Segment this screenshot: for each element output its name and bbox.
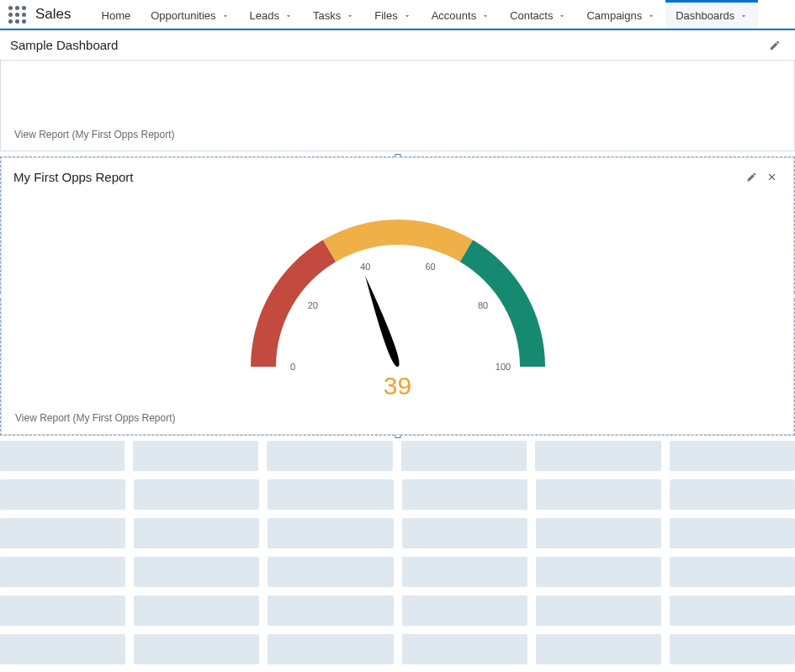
nav-label: Accounts (432, 9, 476, 22)
nav-label: Contacts (510, 9, 553, 22)
nav-label: Home (102, 9, 131, 22)
svg-text:100: 100 (495, 362, 510, 372)
grid-slot[interactable] (268, 634, 393, 664)
nav-item-contacts[interactable]: Contacts (500, 0, 576, 29)
app-launcher-icon[interactable] (7, 4, 27, 24)
grid-slot[interactable] (536, 518, 661, 548)
dashboard-title: Sample Dashboard (10, 38, 118, 52)
grid-slot[interactable] (267, 441, 393, 471)
svg-text:0: 0 (289, 362, 294, 372)
grid-slot[interactable] (401, 441, 527, 471)
grid-slot[interactable] (134, 479, 259, 510)
chevron-down-icon (346, 12, 354, 20)
widget-empty: View Report (My First Opps Report) (0, 61, 795, 151)
nav-label: Opportunities (151, 9, 215, 22)
widget-selection[interactable]: My First Opps Report 020406080100 39 Vie… (0, 156, 795, 436)
grid-slot[interactable] (670, 518, 795, 548)
grid-slot[interactable] (402, 518, 527, 548)
grid-slot[interactable] (670, 479, 795, 510)
gauge-chart: 020406080100 (242, 198, 554, 392)
view-report-link[interactable]: View Report (My First Opps Report) (15, 412, 176, 424)
svg-text:20: 20 (307, 300, 317, 310)
chevron-down-icon (221, 12, 230, 20)
grid-slot[interactable] (134, 557, 259, 587)
grid-slot[interactable] (268, 557, 393, 587)
grid-slot[interactable] (402, 595, 527, 626)
nav-label: Leads (250, 9, 279, 22)
grid-slot[interactable] (268, 595, 393, 626)
chevron-down-icon (403, 12, 411, 20)
grid-slot[interactable] (134, 634, 259, 664)
empty-grid (0, 441, 795, 664)
edit-dashboard-icon[interactable] (765, 35, 785, 56)
nav-item-campaigns[interactable]: Campaigns (576, 0, 665, 29)
nav-label: Campaigns (586, 9, 642, 22)
grid-slot[interactable] (268, 479, 393, 510)
nav-items: HomeOpportunitiesLeadsTasksFilesAccounts… (92, 0, 790, 29)
nav-label: Dashboards (676, 9, 734, 22)
svg-text:60: 60 (425, 262, 435, 272)
widget-title: My First Opps Report (13, 170, 134, 184)
grid-slot[interactable] (268, 518, 393, 548)
app-name: Sales (35, 6, 72, 23)
grid-slot[interactable] (0, 557, 125, 587)
grid-slot[interactable] (402, 479, 527, 510)
grid-slot[interactable] (134, 518, 259, 548)
grid-slot[interactable] (670, 634, 795, 664)
grid-slot[interactable] (133, 441, 259, 471)
grid-slot[interactable] (402, 557, 527, 587)
gauge-value: 39 (2, 372, 793, 400)
dashboard-title-bar: Sample Dashboard (0, 30, 795, 61)
nav-item-tasks[interactable]: Tasks (303, 0, 364, 29)
grid-slot[interactable] (670, 441, 796, 471)
chevron-down-icon (739, 12, 748, 20)
nav-item-home[interactable]: Home (92, 0, 141, 29)
svg-text:80: 80 (478, 300, 488, 310)
close-widget-icon[interactable] (761, 167, 782, 187)
grid-slot[interactable] (535, 441, 661, 471)
view-report-link[interactable]: View Report (My First Opps Report) (14, 129, 175, 140)
top-nav: Sales HomeOpportunitiesLeadsTasksFilesAc… (0, 0, 795, 30)
svg-text:40: 40 (360, 262, 370, 272)
widget-gauge: My First Opps Report 020406080100 39 Vie… (1, 157, 794, 435)
grid-slot[interactable] (0, 441, 125, 471)
chevron-down-icon (647, 12, 655, 20)
nav-item-opportunities[interactable]: Opportunities (140, 0, 239, 29)
nav-item-leads[interactable]: Leads (240, 0, 303, 29)
grid-slot[interactable] (536, 557, 661, 587)
chevron-down-icon (558, 12, 566, 20)
grid-slot[interactable] (670, 557, 795, 587)
grid-slot[interactable] (0, 479, 125, 510)
chevron-down-icon (284, 12, 293, 20)
grid-slot[interactable] (670, 595, 795, 626)
nav-item-dashboards[interactable]: Dashboards (665, 0, 758, 29)
grid-slot[interactable] (0, 518, 125, 548)
grid-slot[interactable] (0, 634, 125, 664)
nav-label: Files (374, 9, 397, 22)
grid-slot[interactable] (402, 634, 527, 664)
grid-slot[interactable] (536, 595, 661, 626)
edit-widget-icon[interactable] (741, 167, 761, 187)
nav-label: Tasks (313, 9, 341, 22)
grid-slot[interactable] (134, 595, 259, 626)
chevron-down-icon (481, 12, 490, 20)
grid-slot[interactable] (0, 595, 125, 626)
grid-slot[interactable] (536, 479, 661, 510)
nav-item-files[interactable]: Files (364, 0, 421, 29)
grid-slot[interactable] (536, 634, 661, 664)
nav-item-accounts[interactable]: Accounts (421, 0, 500, 29)
